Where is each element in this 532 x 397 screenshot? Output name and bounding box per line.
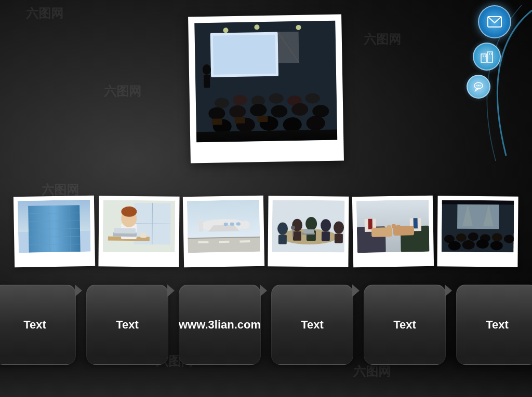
photo-meeting <box>268 196 349 267</box>
svg-rect-79 <box>236 222 241 225</box>
text-button-2[interactable]: Text <box>86 284 168 365</box>
cloud-speech-icon[interactable] <box>467 75 490 99</box>
svg-rect-75 <box>199 220 203 232</box>
svg-rect-65 <box>140 232 147 238</box>
svg-rect-70 <box>198 241 208 243</box>
arrow-5 <box>445 284 457 297</box>
svg-rect-4 <box>485 56 486 57</box>
svg-rect-77 <box>224 223 228 226</box>
svg-rect-94 <box>303 229 314 234</box>
svg-rect-112 <box>442 200 514 204</box>
top-right-icons <box>467 5 516 99</box>
svg-point-9 <box>476 85 477 86</box>
svg-point-11 <box>480 85 481 86</box>
svg-rect-71 <box>219 241 229 243</box>
button-wrapper-3: www.3lian.com <box>179 284 261 365</box>
svg-rect-3 <box>483 56 484 57</box>
main-featured-photo <box>190 16 343 162</box>
button-wrapper-2: Text <box>86 284 168 365</box>
bottom-gradient <box>0 355 532 397</box>
arrow-4 <box>352 284 365 297</box>
svg-rect-78 <box>230 223 234 226</box>
svg-rect-86 <box>293 231 301 241</box>
svg-marker-8 <box>475 88 478 91</box>
text-button-1[interactable]: Text <box>0 284 76 365</box>
svg-rect-90 <box>322 231 330 241</box>
small-photos-row <box>0 196 532 267</box>
photo-building <box>14 196 95 268</box>
svg-rect-92 <box>335 234 343 243</box>
svg-rect-84 <box>278 235 287 244</box>
button-wrapper-6: Text <box>456 284 532 365</box>
svg-rect-5 <box>489 53 490 54</box>
arrow-1 <box>75 284 87 297</box>
photo-woman <box>98 196 179 267</box>
text-button-3[interactable]: www.3lian.com <box>179 284 261 365</box>
svg-rect-108 <box>392 224 396 228</box>
svg-line-58 <box>134 224 170 224</box>
svg-rect-39 <box>211 118 222 125</box>
svg-rect-1 <box>481 54 486 62</box>
svg-rect-101 <box>368 219 373 229</box>
photo-audience <box>437 196 518 267</box>
arrow-2 <box>167 284 180 297</box>
text-buttons-row: Text Text www.3lian.com Text Text Text <box>0 284 532 365</box>
svg-rect-41 <box>257 116 268 122</box>
button-wrapper-1: Text <box>0 284 76 365</box>
svg-point-10 <box>478 85 479 86</box>
text-button-4[interactable]: Text <box>271 284 353 365</box>
svg-rect-68 <box>188 237 260 253</box>
svg-rect-72 <box>240 240 250 242</box>
svg-rect-64 <box>114 228 136 234</box>
svg-rect-21 <box>204 75 210 88</box>
city-icon[interactable] <box>473 43 501 71</box>
photo-plane <box>183 196 264 268</box>
svg-rect-17 <box>213 35 276 75</box>
envelope-icon[interactable] <box>478 5 511 38</box>
arrow-3 <box>260 284 272 297</box>
svg-rect-6 <box>491 53 492 54</box>
svg-point-96 <box>291 226 295 230</box>
svg-rect-107 <box>387 225 391 229</box>
text-button-6[interactable]: Text <box>456 284 532 365</box>
svg-rect-40 <box>234 117 245 124</box>
text-button-5[interactable]: Text <box>364 284 446 365</box>
photo-handshake <box>352 196 434 268</box>
svg-rect-104 <box>414 218 418 228</box>
button-wrapper-4: Text <box>271 284 353 365</box>
button-wrapper-5: Text <box>364 284 446 365</box>
svg-rect-109 <box>396 225 401 229</box>
